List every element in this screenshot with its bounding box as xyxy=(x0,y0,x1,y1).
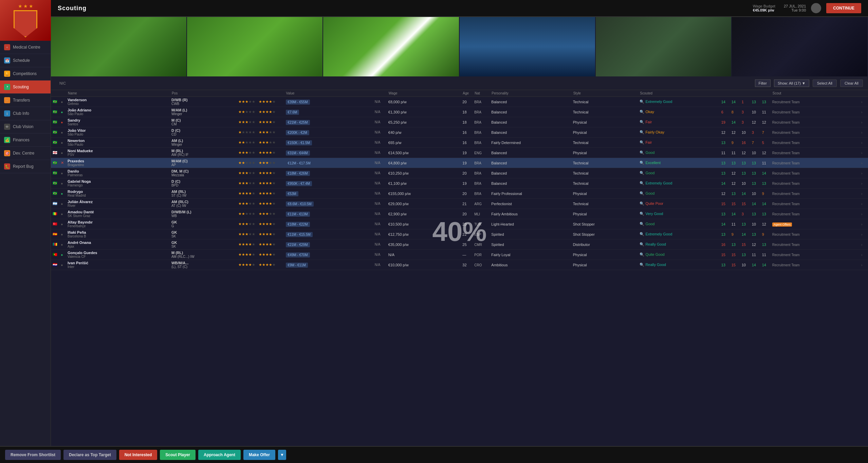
player-name-cell[interactable]: Praxedes Bragantino xyxy=(66,158,170,168)
player-name-cell[interactable]: Danilo Palmeiras xyxy=(66,168,170,178)
player-name-cell[interactable]: Amadou Danté SK Sturm Graz xyxy=(66,209,170,219)
table-row[interactable]: 🏴󠁧󠁢󠁥󠁮󠁧󠁿 ● Noni Madueke PSV M (RL) AM (RC… xyxy=(51,148,868,158)
table-row[interactable]: 🇧🇷 ● Sandry Santos M (C) CM ★★★★★ ★★★★★ … xyxy=(51,117,868,127)
table-row[interactable]: 🇧🇷 ● João Adriano São Paulo M/AM (L) Win… xyxy=(51,107,868,117)
player-row-chevron[interactable]: › xyxy=(860,97,868,107)
table-row[interactable]: 🇹🇷 ● Altay Bayındır Fenerbahçe GK G ★★★★… xyxy=(51,219,868,229)
recruitment-team-label: Recruitment Team xyxy=(772,172,800,175)
player-name-cell[interactable]: Rodrygo Real Madrid xyxy=(66,189,170,199)
table-row[interactable]: 🇧🇷 ● Rodrygo Real Madrid AM (RL) ST (C) … xyxy=(51,189,868,199)
chevron-right-icon[interactable]: › xyxy=(861,110,862,114)
user-avatar[interactable] xyxy=(811,3,821,13)
player-row-chevron[interactable]: › xyxy=(860,178,868,189)
player-name-cell[interactable]: Iñaki Peña Barcelona B xyxy=(66,229,170,239)
sidebar-item-finances[interactable]: 💰 Finances xyxy=(0,133,51,147)
player-name-cell[interactable]: Noni Madueke PSV xyxy=(66,148,170,158)
sidebar-item-club-vision[interactable]: 👁 Club Vision xyxy=(0,120,51,133)
player-name-cell[interactable]: Julián Álvarez River xyxy=(66,199,170,209)
player-row-chevron[interactable]: › xyxy=(860,158,868,168)
table-row[interactable]: 🇧🇷 ● Vanderson Grêmio D/WB (R) CWB ★★★★★… xyxy=(51,97,868,107)
player-fee-na: N/A xyxy=(373,219,387,229)
table-row[interactable]: 🇧🇷 ● Gabriel Noga Flamengo D (C) BPD ★★★… xyxy=(51,178,868,189)
chevron-right-icon[interactable]: › xyxy=(861,182,862,185)
player-row-chevron[interactable]: › xyxy=(860,209,868,219)
player-row-chevron[interactable]: › xyxy=(860,250,868,260)
continue-button[interactable]: CONTINUE xyxy=(826,3,861,13)
player-row-chevron[interactable]: › xyxy=(860,117,868,127)
chevron-right-icon[interactable]: › xyxy=(861,263,862,267)
sidebar-item-transfers[interactable]: ↔ Transfers xyxy=(0,94,51,107)
chevron-right-icon[interactable]: › xyxy=(861,243,862,247)
player-name-cell[interactable]: Vanderson Grêmio xyxy=(66,97,170,107)
chevron-right-icon[interactable]: › xyxy=(861,212,862,216)
player-row-chevron[interactable]: › xyxy=(860,189,868,199)
player-stars-potential: ★★★★★ xyxy=(257,117,284,127)
remove-shortlist-button[interactable]: Remove From Shortlist xyxy=(5,450,61,460)
table-row[interactable]: 🇵🇹 ● Gonçalo Guedes Valencia CF M (RL) A… xyxy=(51,250,868,260)
sidebar-item-medical[interactable]: + Medical Centre xyxy=(0,41,51,54)
player-row-chevron[interactable]: › xyxy=(860,229,868,239)
chevron-right-icon[interactable]: › xyxy=(861,141,862,145)
player-name-cell[interactable]: Gabriel Noga Flamengo xyxy=(66,178,170,189)
player-name-cell[interactable]: Gonçalo Guedes Valencia CF xyxy=(66,250,170,260)
player-name-cell[interactable]: João Vitor São Paulo xyxy=(66,127,170,138)
table-row[interactable]: 🇧🇷 ● Newerton São Paulo AM (L) Winger ★★… xyxy=(51,138,868,148)
declare-top-target-button[interactable]: Declare as Top Target xyxy=(63,450,116,460)
table-row[interactable]: 🇲🇱 ● Amadou Danté SK Sturm Graz D/WB/M (… xyxy=(51,209,868,219)
chevron-right-icon[interactable]: › xyxy=(861,100,862,104)
filter-button[interactable]: Filter xyxy=(755,79,771,87)
chevron-right-icon[interactable]: › xyxy=(861,192,862,196)
chevron-right-icon[interactable]: › xyxy=(861,202,862,206)
chevron-right-icon[interactable]: › xyxy=(861,222,862,226)
sidebar-item-report-bug[interactable]: 🐛 Report Bug xyxy=(0,160,51,173)
player-row-chevron[interactable]: › xyxy=(860,138,868,148)
chevron-right-icon[interactable]: › xyxy=(861,151,862,155)
chevron-right-icon[interactable]: › xyxy=(861,131,862,135)
player-row-chevron[interactable]: › xyxy=(860,199,868,209)
make-offer-button[interactable]: Make Offer xyxy=(243,450,275,460)
player-name-cell[interactable]: Newerton São Paulo xyxy=(66,138,170,148)
player-name-cell[interactable]: André Onana Ajax xyxy=(66,239,170,250)
show-all-button[interactable]: Show: All (17) ▼ xyxy=(774,79,809,87)
chevron-right-icon[interactable]: › xyxy=(861,233,862,236)
clear-all-button[interactable]: Clear All xyxy=(840,79,863,87)
attr-5: 12 xyxy=(760,148,771,158)
sidebar-item-dev-centre[interactable]: 🎯 Dev. Centre xyxy=(0,147,51,160)
chevron-right-icon[interactable]: › xyxy=(861,253,862,257)
table-row[interactable]: 🇧🇷 ● João Vitor São Paulo D (C) CD ★★★★★… xyxy=(51,127,868,138)
player-position: GK G xyxy=(170,219,237,229)
select-all-button[interactable]: Select All xyxy=(813,79,837,87)
player-row-chevron[interactable]: › xyxy=(860,168,868,178)
offer-more-button[interactable]: ▼ xyxy=(278,450,286,460)
player-row-chevron[interactable]: › xyxy=(860,107,868,117)
player-name-cell[interactable]: João Adriano São Paulo xyxy=(66,107,170,117)
player-row-chevron[interactable]: › xyxy=(860,260,868,270)
chevron-right-icon[interactable]: › xyxy=(861,121,862,124)
player-fee-na: N/A xyxy=(373,199,387,209)
approach-agent-button[interactable]: Approach Agent xyxy=(198,450,241,460)
player-name-cell[interactable]: Altay Bayındır Fenerbahçe xyxy=(66,219,170,229)
table-row[interactable]: 🇧🇷 ✕ Praxedes Bragantino M/AM (C) AP ★★★… xyxy=(51,158,868,168)
sidebar-item-schedule[interactable]: 📅 Schedule xyxy=(0,54,51,67)
player-club: Flamengo xyxy=(68,183,168,187)
scout-player-button[interactable]: Scout Player xyxy=(160,450,196,460)
table-row[interactable]: 🇦🇷 ● Julián Álvarez River AM (RLC) AT (C… xyxy=(51,199,868,209)
chevron-right-icon[interactable]: › xyxy=(861,172,862,175)
player-name-cell[interactable]: Sandry Santos xyxy=(66,117,170,127)
player-row-chevron[interactable]: › xyxy=(860,148,868,158)
player-table-container[interactable]: Name Pos Value Wage Age Nat Personality … xyxy=(51,90,868,446)
chevron-right-icon[interactable]: › xyxy=(861,161,862,165)
not-interested-button[interactable]: Not Interested xyxy=(119,450,158,460)
table-row[interactable]: 🇪🇸 ● Iñaki Peña Barcelona B GK SK ★★★★★ … xyxy=(51,229,868,239)
table-row[interactable]: 🇭🇷 ● Ivan Perišić Inter WB/M/A... (L), S… xyxy=(51,260,868,270)
player-name-cell[interactable]: Ivan Perišić Inter xyxy=(66,260,170,270)
sidebar-item-club-info[interactable]: ℹ Club Info xyxy=(0,107,51,120)
attr-5: 11 xyxy=(760,158,771,168)
table-row[interactable]: 🇨🇲 ● André Onana Ajax GK SK ★★★★★ ★★★★★ … xyxy=(51,239,868,250)
player-row-chevron[interactable]: › xyxy=(860,127,868,138)
table-row[interactable]: 🇧🇷 ● Danilo Palmeiras DM, M (C) Mezzala … xyxy=(51,168,868,178)
sidebar-item-competitions[interactable]: 🏆 Competitions xyxy=(0,67,51,81)
sidebar-item-scouting[interactable]: 🔭 Scouting xyxy=(0,81,51,94)
player-row-chevron[interactable]: › xyxy=(860,219,868,229)
player-row-chevron[interactable]: › xyxy=(860,239,868,250)
